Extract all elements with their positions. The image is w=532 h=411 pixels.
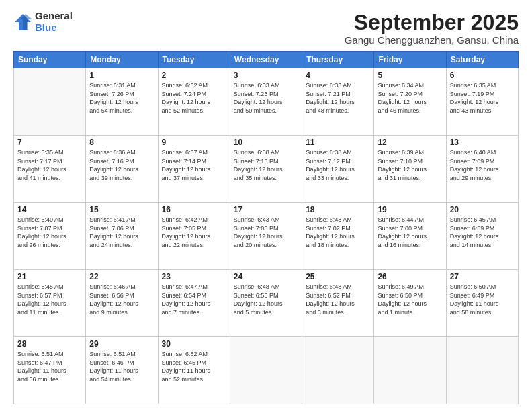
week-row-3: 14Sunrise: 6:40 AM Sunset: 7:07 PM Dayli… (14, 203, 519, 270)
weekday-tuesday: Tuesday (158, 52, 230, 68)
day-info: Sunrise: 6:51 AM Sunset: 6:47 PM Dayligh… (17, 350, 82, 383)
day-cell: 18Sunrise: 6:43 AM Sunset: 7:02 PM Dayli… (302, 203, 374, 270)
day-cell: 13Sunrise: 6:40 AM Sunset: 7:09 PM Dayli… (446, 136, 518, 203)
day-number: 23 (162, 272, 226, 281)
day-number: 12 (378, 138, 442, 147)
day-cell (14, 68, 86, 136)
day-cell: 26Sunrise: 6:49 AM Sunset: 6:50 PM Dayli… (374, 270, 446, 337)
day-number: 27 (450, 272, 515, 281)
day-number: 5 (378, 71, 442, 80)
day-cell: 1Sunrise: 6:31 AM Sunset: 7:26 PM Daylig… (86, 68, 158, 136)
week-row-4: 21Sunrise: 6:45 AM Sunset: 6:57 PM Dayli… (14, 270, 519, 337)
day-info: Sunrise: 6:38 AM Sunset: 7:12 PM Dayligh… (306, 148, 370, 182)
day-cell (374, 337, 446, 404)
header: General Blue September 2025 Gangu Chengg… (13, 11, 519, 46)
day-info: Sunrise: 6:38 AM Sunset: 7:13 PM Dayligh… (234, 148, 298, 182)
day-info: Sunrise: 6:42 AM Sunset: 7:05 PM Dayligh… (162, 216, 226, 249)
weekday-friday: Friday (374, 52, 446, 68)
logo-text: General Blue (35, 11, 73, 33)
week-row-1: 1Sunrise: 6:31 AM Sunset: 7:26 PM Daylig… (14, 68, 519, 136)
day-cell: 7Sunrise: 6:35 AM Sunset: 7:17 PM Daylig… (14, 136, 86, 203)
day-number: 18 (306, 205, 370, 214)
day-cell: 25Sunrise: 6:48 AM Sunset: 6:52 PM Dayli… (302, 270, 374, 337)
day-cell: 10Sunrise: 6:38 AM Sunset: 7:13 PM Dayli… (230, 136, 302, 203)
day-number: 4 (306, 71, 370, 80)
day-info: Sunrise: 6:51 AM Sunset: 6:46 PM Dayligh… (89, 350, 154, 383)
day-info: Sunrise: 6:46 AM Sunset: 6:56 PM Dayligh… (89, 283, 154, 316)
day-number: 24 (234, 272, 298, 281)
day-info: Sunrise: 6:39 AM Sunset: 7:10 PM Dayligh… (378, 148, 442, 182)
day-cell: 22Sunrise: 6:46 AM Sunset: 6:56 PM Dayli… (86, 270, 158, 337)
title-block: September 2025 Gangu Chengguanzhen, Gans… (345, 11, 519, 46)
day-cell: 29Sunrise: 6:51 AM Sunset: 6:46 PM Dayli… (86, 337, 158, 404)
day-number: 9 (162, 138, 226, 147)
day-cell: 3Sunrise: 6:33 AM Sunset: 7:23 PM Daylig… (230, 68, 302, 136)
day-info: Sunrise: 6:48 AM Sunset: 6:53 PM Dayligh… (234, 283, 298, 316)
day-info: Sunrise: 6:44 AM Sunset: 7:00 PM Dayligh… (378, 216, 442, 249)
day-cell: 14Sunrise: 6:40 AM Sunset: 7:07 PM Dayli… (14, 203, 86, 270)
location: Gangu Chengguanzhen, Gansu, China (345, 34, 519, 46)
weekday-saturday: Saturday (446, 52, 518, 68)
day-cell: 4Sunrise: 6:33 AM Sunset: 7:21 PM Daylig… (302, 68, 374, 136)
day-info: Sunrise: 6:40 AM Sunset: 7:09 PM Dayligh… (450, 148, 515, 182)
day-number: 21 (17, 272, 82, 281)
day-info: Sunrise: 6:32 AM Sunset: 7:24 PM Dayligh… (162, 81, 226, 115)
day-info: Sunrise: 6:45 AM Sunset: 6:59 PM Dayligh… (450, 216, 515, 249)
day-cell: 27Sunrise: 6:50 AM Sunset: 6:49 PM Dayli… (446, 270, 518, 337)
day-cell (302, 337, 374, 404)
day-number: 11 (306, 138, 370, 147)
weekday-sunday: Sunday (14, 52, 86, 68)
day-cell: 23Sunrise: 6:47 AM Sunset: 6:54 PM Dayli… (158, 270, 230, 337)
day-info: Sunrise: 6:37 AM Sunset: 7:14 PM Dayligh… (162, 148, 226, 182)
logo-icon (13, 13, 32, 32)
day-info: Sunrise: 6:35 AM Sunset: 7:19 PM Dayligh… (450, 81, 515, 115)
day-info: Sunrise: 6:52 AM Sunset: 6:45 PM Dayligh… (162, 350, 226, 383)
day-number: 8 (89, 138, 154, 147)
week-row-5: 28Sunrise: 6:51 AM Sunset: 6:47 PM Dayli… (14, 337, 519, 404)
day-number: 22 (89, 272, 154, 281)
day-cell (230, 337, 302, 404)
logo-general-text: General (35, 11, 73, 22)
day-cell: 2Sunrise: 6:32 AM Sunset: 7:24 PM Daylig… (158, 68, 230, 136)
day-info: Sunrise: 6:45 AM Sunset: 6:57 PM Dayligh… (17, 283, 82, 316)
logo: General Blue (13, 11, 73, 33)
day-number: 7 (17, 138, 82, 147)
day-cell: 21Sunrise: 6:45 AM Sunset: 6:57 PM Dayli… (14, 270, 86, 337)
day-info: Sunrise: 6:36 AM Sunset: 7:16 PM Dayligh… (89, 148, 154, 182)
week-row-2: 7Sunrise: 6:35 AM Sunset: 7:17 PM Daylig… (14, 136, 519, 203)
day-number: 19 (378, 205, 442, 214)
day-info: Sunrise: 6:34 AM Sunset: 7:20 PM Dayligh… (378, 81, 442, 115)
day-number: 20 (450, 205, 515, 214)
day-number: 26 (378, 272, 442, 281)
day-cell: 12Sunrise: 6:39 AM Sunset: 7:10 PM Dayli… (374, 136, 446, 203)
day-info: Sunrise: 6:48 AM Sunset: 6:52 PM Dayligh… (306, 283, 370, 316)
day-number: 2 (162, 71, 226, 80)
day-cell: 16Sunrise: 6:42 AM Sunset: 7:05 PM Dayli… (158, 203, 230, 270)
weekday-thursday: Thursday (302, 52, 374, 68)
day-number: 10 (234, 138, 298, 147)
weekday-monday: Monday (86, 52, 158, 68)
day-cell: 20Sunrise: 6:45 AM Sunset: 6:59 PM Dayli… (446, 203, 518, 270)
day-number: 1 (89, 71, 154, 80)
day-number: 28 (17, 339, 82, 349)
weekday-wednesday: Wednesday (230, 52, 302, 68)
day-number: 15 (89, 205, 154, 214)
day-number: 17 (234, 205, 298, 214)
month-title: September 2025 (345, 11, 519, 34)
day-info: Sunrise: 6:35 AM Sunset: 7:17 PM Dayligh… (17, 148, 82, 182)
logo-blue-text: Blue (35, 22, 73, 34)
day-info: Sunrise: 6:50 AM Sunset: 6:49 PM Dayligh… (450, 283, 515, 316)
day-cell: 6Sunrise: 6:35 AM Sunset: 7:19 PM Daylig… (446, 68, 518, 136)
day-cell: 24Sunrise: 6:48 AM Sunset: 6:53 PM Dayli… (230, 270, 302, 337)
day-info: Sunrise: 6:41 AM Sunset: 7:06 PM Dayligh… (89, 216, 154, 249)
day-cell: 15Sunrise: 6:41 AM Sunset: 7:06 PM Dayli… (86, 203, 158, 270)
day-number: 13 (450, 138, 515, 147)
day-cell: 11Sunrise: 6:38 AM Sunset: 7:12 PM Dayli… (302, 136, 374, 203)
day-number: 14 (17, 205, 82, 214)
day-info: Sunrise: 6:33 AM Sunset: 7:21 PM Dayligh… (306, 81, 370, 115)
day-info: Sunrise: 6:43 AM Sunset: 7:03 PM Dayligh… (234, 216, 298, 249)
calendar-header: SundayMondayTuesdayWednesdayThursdayFrid… (14, 52, 519, 68)
day-number: 3 (234, 71, 298, 80)
day-cell: 19Sunrise: 6:44 AM Sunset: 7:00 PM Dayli… (374, 203, 446, 270)
day-cell: 8Sunrise: 6:36 AM Sunset: 7:16 PM Daylig… (86, 136, 158, 203)
